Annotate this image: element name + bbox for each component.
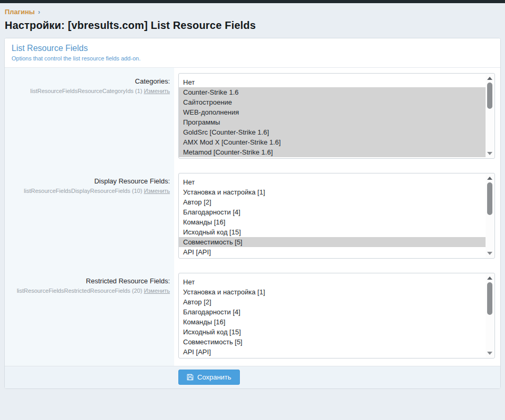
listbox-scrollbar[interactable] xyxy=(486,74,494,158)
listbox-option[interactable]: Установка и настройка [1] xyxy=(179,287,486,297)
listbox-option[interactable]: Исходный код [15] xyxy=(179,227,486,237)
setting-label-column: Display Resource Fields: listResourceFie… xyxy=(5,168,174,268)
listbox-option[interactable]: Автор [2] xyxy=(179,297,486,307)
listbox-option[interactable]: Благодарности [4] xyxy=(179,207,486,217)
scroll-up-icon[interactable] xyxy=(487,77,492,80)
page-title: Настройки: [vbresults.com] List Resource… xyxy=(5,19,500,32)
varname-text: listResourceFieldsDisplayResourceFields xyxy=(24,188,130,194)
listbox-option[interactable]: Нет xyxy=(179,277,486,287)
listbox-option[interactable]: API [API] xyxy=(179,247,486,257)
display-fields-listbox[interactable]: НетУстановка и настройка [1]Автор [2]Бла… xyxy=(178,173,495,259)
setting-row-categories: Categories: listResourceFieldsResourceCa… xyxy=(5,68,500,168)
save-button[interactable]: Сохранить xyxy=(178,370,240,385)
setting-varname: listResourceFieldsDisplayResourceFields … xyxy=(10,187,170,194)
listbox-option[interactable]: Нет xyxy=(179,77,486,87)
listbox-option[interactable]: Установка и настройка [1] xyxy=(179,187,486,197)
settings-list: Categories: listResourceFieldsResourceCa… xyxy=(5,67,500,366)
listbox-option[interactable]: Исходный код [15] xyxy=(179,327,486,337)
setting-row-restricted-fields: Restricted Resource Fields: listResource… xyxy=(5,268,500,366)
edit-link[interactable]: Изменить xyxy=(144,88,170,94)
setting-label-column: Categories: listResourceFieldsResourceCa… xyxy=(5,68,174,168)
listbox-option[interactable]: API [API] xyxy=(179,347,486,357)
setting-label: Display Resource Fields: xyxy=(10,177,170,186)
chevron-right-icon: › xyxy=(38,8,40,16)
listbox-option[interactable]: Автор [2] xyxy=(179,197,486,207)
breadcrumb-link-plugins[interactable]: Плагины xyxy=(5,8,35,16)
edit-link[interactable]: Изменить xyxy=(144,188,170,194)
setting-label-column: Restricted Resource Fields: listResource… xyxy=(5,268,174,366)
listbox-option[interactable]: AMX Mod X [Counter-Strike 1.6] xyxy=(179,137,486,147)
scrollbar-thumb[interactable] xyxy=(487,182,492,215)
listbox-scrollbar[interactable] xyxy=(486,274,494,357)
setting-varname: listResourceFieldsResourceCategoryIds (1… xyxy=(10,87,170,95)
breadcrumb: Плагины› xyxy=(0,3,505,16)
listbox-option[interactable]: Команды [16] xyxy=(179,317,486,327)
panel-header: List Resource Fields Options that contro… xyxy=(5,38,500,67)
listbox-option[interactable]: Counter-Strike 1.6 xyxy=(179,87,486,97)
panel-group-title: List Resource Fields xyxy=(12,44,493,53)
scroll-down-icon[interactable] xyxy=(487,252,492,255)
varname-count: (20) xyxy=(132,288,143,294)
listbox-option[interactable]: WEB-дополнения xyxy=(179,107,486,117)
setting-control-column: НетCounter-Strike 1.6СайтостроениеWEB-до… xyxy=(174,68,500,168)
listbox-option[interactable]: Команды [16] xyxy=(179,217,486,227)
edit-link[interactable]: Изменить xyxy=(144,288,170,294)
scrollbar-thumb[interactable] xyxy=(487,83,492,109)
panel-footer: Сохранить xyxy=(5,366,500,388)
panel-group-subtitle: Options that control the list resource f… xyxy=(12,55,493,62)
save-button-label: Сохранить xyxy=(197,373,231,381)
varname-count: (1) xyxy=(135,88,142,94)
listbox-option[interactable]: Программы xyxy=(179,117,486,127)
varname-count: (10) xyxy=(132,188,143,194)
restricted-fields-listbox[interactable]: НетУстановка и настройка [1]Автор [2]Бла… xyxy=(178,273,495,358)
settings-panel: List Resource Fields Options that contro… xyxy=(4,38,501,389)
setting-label: Restricted Resource Fields: xyxy=(10,277,170,285)
varname-text: listResourceFieldsRestrictedResourceFiel… xyxy=(17,288,130,294)
listbox-option[interactable]: GoldSrc [Counter-Strike 1.6] xyxy=(179,127,486,137)
listbox-scrollbar[interactable] xyxy=(486,174,494,258)
listbox-option[interactable]: Metamod [Counter-Strike 1.6] xyxy=(179,147,486,157)
setting-label: Categories: xyxy=(10,77,170,86)
setting-varname: listResourceFieldsRestrictedResourceFiel… xyxy=(10,287,170,294)
scroll-down-icon[interactable] xyxy=(487,152,492,155)
listbox-option[interactable]: Сайтостроение xyxy=(179,97,486,107)
listbox-option[interactable]: Благодарности [4] xyxy=(179,307,486,317)
varname-text: listResourceFieldsResourceCategoryIds xyxy=(31,88,134,94)
scroll-up-icon[interactable] xyxy=(487,276,492,280)
scrollbar-thumb[interactable] xyxy=(487,282,492,315)
listbox-option[interactable]: Совместимость [5] xyxy=(179,337,486,347)
categories-listbox[interactable]: НетCounter-Strike 1.6СайтостроениеWEB-до… xyxy=(178,73,495,159)
setting-control-column: НетУстановка и настройка [1]Автор [2]Бла… xyxy=(174,268,500,366)
scroll-up-icon[interactable] xyxy=(487,177,492,180)
setting-control-column: НетУстановка и настройка [1]Автор [2]Бла… xyxy=(174,168,500,268)
scroll-down-icon[interactable] xyxy=(487,352,492,355)
floppy-disk-icon xyxy=(187,374,194,381)
listbox-option[interactable]: Нет xyxy=(179,177,486,187)
listbox-option[interactable]: Совместимость [5] xyxy=(179,237,486,247)
setting-row-display-fields: Display Resource Fields: listResourceFie… xyxy=(5,168,500,268)
